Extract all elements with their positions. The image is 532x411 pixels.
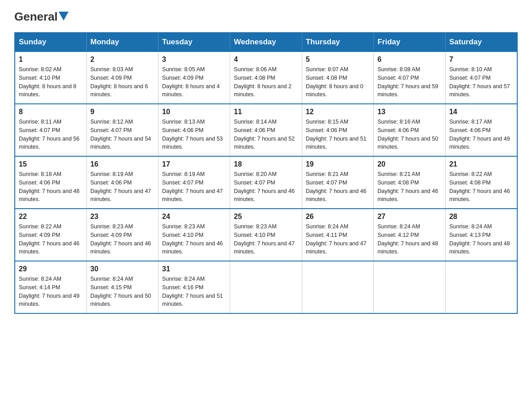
day-number: 16 (90, 160, 154, 168)
sunset-label: Sunset: (306, 180, 326, 186)
sunrise-label: Sunrise: (90, 276, 112, 282)
day-number: 21 (449, 160, 513, 168)
calendar-cell: 23 Sunrise: 8:23 AM Sunset: 4:09 PM Dayl… (86, 209, 158, 261)
sunset-value: 4:07 PM (254, 180, 275, 186)
calendar-cell: 13 Sunrise: 8:16 AM Sunset: 4:06 PM Dayl… (373, 104, 445, 156)
sunrise-value: 8:11 AM (41, 119, 61, 125)
daylight-label: Daylight: (306, 188, 329, 194)
day-info: Sunrise: 8:23 AM Sunset: 4:10 PM Dayligh… (162, 223, 226, 256)
calendar-cell: 30 Sunrise: 8:24 AM Sunset: 4:15 PM Dayl… (86, 261, 158, 313)
sunset-value: 4:16 PM (183, 284, 204, 291)
calendar-cell: 31 Sunrise: 8:24 AM Sunset: 4:16 PM Dayl… (159, 261, 230, 313)
daylight-label: Daylight: (19, 240, 42, 247)
sunset-label: Sunset: (19, 75, 39, 81)
day-info: Sunrise: 8:23 AM Sunset: 4:09 PM Dayligh… (90, 223, 154, 256)
calendar-week-5: 29 Sunrise: 8:24 AM Sunset: 4:14 PM Dayl… (15, 261, 517, 313)
sunrise-value: 8:23 AM (184, 223, 205, 230)
day-number: 22 (19, 213, 83, 221)
daylight-label: Daylight: (162, 83, 185, 90)
day-number: 17 (162, 160, 226, 168)
calendar-cell: 10 Sunrise: 8:13 AM Sunset: 4:06 PM Dayl… (159, 104, 230, 156)
sunrise-value: 8:19 AM (112, 171, 133, 177)
sunrise-value: 8:22 AM (472, 171, 492, 177)
sunset-label: Sunset: (90, 75, 111, 81)
calendar-week-4: 22 Sunrise: 8:22 AM Sunset: 4:09 PM Dayl… (15, 209, 517, 261)
calendar-cell: 17 Sunrise: 8:19 AM Sunset: 4:07 PM Dayl… (159, 156, 230, 209)
sunset-label: Sunset: (449, 232, 470, 238)
calendar-table: SundayMondayTuesdayWednesdayThursdayFrid… (14, 32, 518, 314)
day-number: 20 (378, 160, 442, 168)
daylight-label: Daylight: (306, 83, 329, 90)
daylight-label: Daylight: (162, 188, 185, 194)
day-number: 31 (162, 265, 226, 273)
day-number: 15 (19, 160, 83, 168)
sunset-value: 4:14 PM (39, 284, 60, 291)
sunset-value: 4:06 PM (254, 127, 275, 133)
day-number: 24 (162, 213, 226, 221)
calendar-header-row: SundayMondayTuesdayWednesdayThursdayFrid… (15, 33, 517, 51)
day-info: Sunrise: 8:07 AM Sunset: 4:08 PM Dayligh… (306, 65, 370, 99)
calendar-cell: 28 Sunrise: 8:24 AM Sunset: 4:13 PM Dayl… (446, 209, 517, 261)
sunset-value: 4:07 PM (183, 180, 204, 186)
sunrise-value: 8:16 AM (399, 119, 420, 125)
daylight-label: Daylight: (19, 188, 42, 194)
sunset-label: Sunset: (234, 180, 254, 186)
daylight-label: Daylight: (378, 136, 401, 142)
daylight-label: Daylight: (378, 240, 401, 247)
sunrise-value: 8:24 AM (112, 276, 133, 282)
sunset-label: Sunset: (306, 232, 326, 238)
daylight-label: Daylight: (90, 83, 114, 90)
sunrise-label: Sunrise: (378, 171, 399, 177)
calendar-cell: 9 Sunrise: 8:12 AM Sunset: 4:07 PM Dayli… (86, 104, 158, 156)
day-info: Sunrise: 8:02 AM Sunset: 4:10 PM Dayligh… (19, 65, 83, 99)
calendar-cell: 12 Sunrise: 8:15 AM Sunset: 4:06 PM Dayl… (302, 104, 373, 156)
sunset-value: 4:13 PM (470, 232, 491, 238)
sunrise-label: Sunrise: (234, 66, 256, 73)
sunset-value: 4:12 PM (398, 232, 419, 238)
sunset-label: Sunset: (234, 232, 254, 238)
daylight-label: Daylight: (449, 136, 472, 142)
sunrise-label: Sunrise: (90, 223, 112, 230)
daylight-label: Daylight: (449, 188, 472, 194)
sunset-label: Sunset: (162, 284, 183, 291)
sunset-value: 4:10 PM (254, 232, 275, 238)
sunrise-value: 8:24 AM (184, 276, 205, 282)
sunrise-label: Sunrise: (162, 171, 184, 177)
calendar-cell (446, 261, 517, 313)
sunset-value: 4:15 PM (111, 284, 132, 291)
sunrise-value: 8:06 AM (256, 66, 277, 73)
sunset-label: Sunset: (378, 180, 398, 186)
calendar-cell: 21 Sunrise: 8:22 AM Sunset: 4:08 PM Dayl… (446, 156, 517, 209)
calendar-cell: 14 Sunrise: 8:17 AM Sunset: 4:06 PM Dayl… (446, 104, 517, 156)
day-info: Sunrise: 8:24 AM Sunset: 4:13 PM Dayligh… (449, 223, 513, 256)
sunrise-value: 8:24 AM (472, 223, 492, 230)
day-info: Sunrise: 8:16 AM Sunset: 4:06 PM Dayligh… (378, 118, 442, 151)
logo-general: General (14, 11, 58, 22)
calendar-cell: 19 Sunrise: 8:21 AM Sunset: 4:07 PM Dayl… (302, 156, 373, 209)
day-info: Sunrise: 8:22 AM Sunset: 4:09 PM Dayligh… (19, 223, 83, 256)
day-number: 14 (449, 108, 513, 116)
sunrise-label: Sunrise: (19, 276, 41, 282)
sunrise-label: Sunrise: (449, 119, 471, 125)
header-sunday: Sunday (15, 33, 86, 51)
day-number: 29 (19, 265, 83, 273)
day-number: 7 (449, 56, 513, 64)
sunrise-label: Sunrise: (449, 223, 471, 230)
sunset-value: 4:09 PM (183, 75, 204, 81)
sunrise-label: Sunrise: (234, 171, 256, 177)
calendar-week-2: 8 Sunrise: 8:11 AM Sunset: 4:07 PM Dayli… (15, 104, 517, 156)
day-number: 5 (306, 56, 370, 64)
sunrise-value: 8:02 AM (41, 66, 61, 73)
calendar-cell: 25 Sunrise: 8:23 AM Sunset: 4:10 PM Dayl… (230, 209, 302, 261)
day-number: 13 (378, 108, 442, 116)
day-info: Sunrise: 8:17 AM Sunset: 4:06 PM Dayligh… (449, 118, 513, 151)
daylight-label: Daylight: (162, 240, 185, 247)
daylight-label: Daylight: (90, 293, 114, 299)
logo: General (14, 11, 69, 23)
sunrise-label: Sunrise: (234, 223, 256, 230)
sunset-value: 4:06 PM (398, 127, 419, 133)
sunrise-label: Sunrise: (90, 66, 112, 73)
sunset-label: Sunset: (90, 180, 111, 186)
sunrise-label: Sunrise: (90, 119, 112, 125)
calendar-cell: 24 Sunrise: 8:23 AM Sunset: 4:10 PM Dayl… (159, 209, 230, 261)
